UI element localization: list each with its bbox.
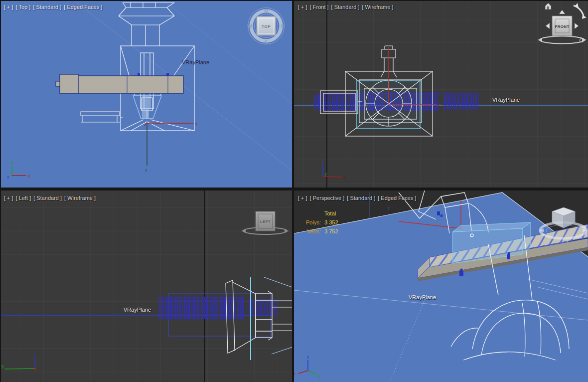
- viewport-shading-menu[interactable]: [ Edged Faces ]: [64, 4, 102, 10]
- object-name-label: VRayPlane: [492, 97, 520, 103]
- viewport-general-menu[interactable]: [ + ]: [298, 195, 307, 201]
- home-grid: [1, 191, 292, 382]
- stats-polys-value: 3 352: [324, 218, 338, 227]
- tripod-x-label: x: [294, 371, 296, 376]
- viewport-renderer-menu[interactable]: [ Standard ]: [347, 195, 375, 201]
- compass-east[interactable]: E: [281, 23, 285, 29]
- viewcube-face-label[interactable]: TOP: [262, 24, 271, 29]
- viewport-pov-menu[interactable]: [ Left ]: [16, 195, 31, 201]
- viewport-shading-menu[interactable]: [ Edged Faces ]: [378, 195, 416, 201]
- viewport-shading-menu[interactable]: [ Wireframe ]: [64, 195, 96, 201]
- tripod-y-label: y: [1, 364, 4, 369]
- tripod-x-label: x: [344, 175, 347, 180]
- object-name-label: VRayPlane: [182, 59, 209, 65]
- viewport-statistics: Total Polys: 3 352 Verts: 3 752: [298, 209, 338, 236]
- stats-total-label: Total: [324, 209, 336, 218]
- compass-west[interactable]: W: [247, 23, 252, 29]
- gizmo-z-label: z: [145, 168, 147, 173]
- viewport-pov-menu[interactable]: [ Top ]: [16, 4, 31, 10]
- gizmo-x-label: x: [439, 103, 441, 107]
- viewcube-face-label[interactable]: LEFT: [260, 219, 271, 224]
- viewport-layout: x z N W E S TOP y x: [0, 0, 588, 382]
- stats-total-row: Total: [298, 209, 338, 218]
- tripod-x-label: x: [28, 174, 30, 179]
- tripod-z-label: z: [34, 354, 36, 359]
- viewport-label-top: [ + ] [ Top ] [ Standard ] [ Edged Faces…: [4, 4, 102, 10]
- tripod-z-label: z: [322, 158, 324, 163]
- viewport-front-canvas[interactable]: x FRONT: [294, 1, 588, 188]
- tripod-y-label: y: [318, 374, 320, 379]
- beam-top[interactable]: [56, 73, 183, 93]
- tripod-y-label: y: [325, 172, 327, 176]
- viewport-label-front: [ + ] [ Front ] [ Standard ] [ Wireframe…: [298, 4, 393, 10]
- gizmo-x-label: x: [195, 121, 198, 126]
- viewport-label-perspective: [ + ] [ Perspective ] [ Standard ] [ Edg…: [298, 195, 416, 201]
- viewport-general-menu[interactable]: [ + ]: [4, 4, 13, 10]
- viewport-left[interactable]: LEFT z y: [1, 191, 292, 382]
- stats-verts-value: 3 752: [324, 227, 338, 236]
- viewport-top-canvas[interactable]: x z N W E S TOP y x: [1, 1, 292, 188]
- viewport-renderer-menu[interactable]: [ Standard ]: [33, 4, 61, 10]
- stats-verts-label: Verts:: [298, 227, 321, 236]
- selection-brackets-front: [356, 81, 420, 129]
- viewport-left-canvas[interactable]: LEFT z y: [1, 191, 292, 382]
- viewport-pov-menu[interactable]: [ Perspective ]: [310, 195, 345, 201]
- gizmo-z-label: z: [388, 206, 390, 210]
- viewcube-face-label[interactable]: FRONT: [555, 24, 570, 29]
- tripod-z-label: z: [307, 355, 309, 360]
- compass-north[interactable]: N: [264, 9, 268, 14]
- compass-south[interactable]: S: [265, 40, 268, 45]
- tripod-z-label: z: [7, 175, 9, 180]
- viewport-renderer-menu[interactable]: [ Standard ]: [331, 4, 360, 10]
- viewport-pov-menu[interactable]: [ Front ]: [310, 4, 329, 10]
- stats-verts-row: Verts: 3 752: [298, 227, 338, 236]
- viewport-top[interactable]: x z N W E S TOP y x: [1, 1, 292, 188]
- home-icon-door: [547, 6, 549, 9]
- viewport-general-menu[interactable]: [ + ]: [4, 195, 13, 201]
- tripod-y-label: y: [11, 160, 13, 165]
- viewport-renderer-menu[interactable]: [ Standard ]: [33, 195, 62, 201]
- viewport-front[interactable]: x FRONT: [294, 1, 588, 188]
- object-name-label: VRayPlane: [124, 307, 151, 313]
- stats-polys-row: Polys: 3 352: [298, 218, 338, 227]
- viewport-shading-menu[interactable]: [ Wireframe ]: [362, 4, 393, 10]
- object-name-label: VRayPlane: [409, 294, 436, 300]
- stats-spacer: [298, 209, 321, 218]
- viewport-label-left: [ + ] [ Left ] [ Standard ] [ Wireframe …: [4, 195, 96, 201]
- viewport-general-menu[interactable]: [ + ]: [298, 4, 307, 10]
- stats-polys-label: Polys:: [298, 218, 321, 227]
